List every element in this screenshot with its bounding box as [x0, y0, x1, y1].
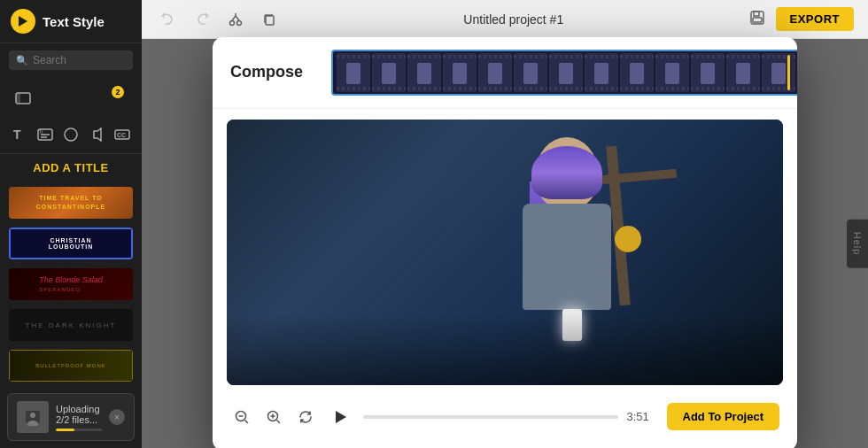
logo-icon [11, 9, 35, 34]
video-gradient [227, 314, 783, 385]
film-frame [762, 53, 795, 92]
svg-marker-0 [19, 16, 27, 27]
upload-progress-bar-wrap [56, 429, 102, 431]
export-button[interactable]: EXPORT [776, 7, 854, 31]
svg-marker-30 [336, 411, 346, 423]
redo-button[interactable] [190, 9, 214, 30]
add-title-button[interactable]: ADD A TITLE [9, 158, 133, 178]
sidebar-nav: 2 [0, 77, 142, 120]
svg-point-14 [230, 20, 235, 25]
progress-bar[interactable] [363, 415, 618, 419]
figure-hair [531, 146, 602, 199]
film-scrubber [787, 55, 790, 90]
svg-rect-21 [754, 12, 759, 16]
svg-point-12 [30, 413, 35, 418]
play-button[interactable] [326, 403, 354, 431]
film-frame [514, 53, 547, 92]
film-strip[interactable] [331, 50, 797, 96]
modal-header: Compose [213, 37, 797, 109]
style-card-2[interactable]: CHRISTIANLOUBOUTIN [9, 228, 133, 259]
film-frame [372, 53, 406, 92]
film-frame [337, 53, 370, 92]
style-card-2-label: CHRISTIANLOUBOUTIN [9, 228, 133, 259]
style-card-4-label: THE DARK KNIGHT [9, 309, 133, 341]
film-frame [691, 53, 725, 92]
add-to-project-button[interactable]: Add To Project [667, 403, 779, 430]
topbar-left [156, 9, 282, 30]
project-title: Untitled project #1 [463, 12, 563, 27]
film-frame [549, 53, 583, 92]
nav-icon-text[interactable]: T [8, 123, 31, 150]
svg-line-17 [236, 16, 239, 20]
figure-body [523, 204, 611, 310]
style-card-3-label: The Blonde SaladSPERANDEO [9, 268, 133, 300]
style-card-5[interactable]: BULLETPROOF MONK [9, 350, 133, 382]
nav-item-media[interactable]: 2 [0, 82, 142, 114]
sidebar: Text Style 🔍 2 T Tt [0, 0, 142, 448]
search-input[interactable] [33, 54, 126, 66]
svg-text:T: T [13, 127, 21, 142]
svg-point-8 [65, 128, 77, 141]
film-frame [407, 53, 441, 92]
svg-rect-19 [266, 16, 274, 25]
upload-notification: Uploading 2/2 files... × [7, 393, 135, 441]
nav-icon-audio[interactable] [85, 123, 108, 150]
style-card-5-label: BULLETPROOF MONK [9, 350, 133, 382]
film-frame [655, 53, 689, 92]
copy-button[interactable] [257, 9, 282, 30]
upload-close-button[interactable]: × [109, 409, 125, 425]
upload-progress-fill [56, 429, 74, 431]
modal-title: Compose [230, 63, 303, 81]
film-strip-inner [333, 51, 797, 94]
upload-info: Uploading 2/2 files... [56, 404, 102, 431]
compose-modal: Compose [213, 37, 797, 449]
upload-thumbnail [17, 401, 49, 433]
search-icon: 🔍 [16, 55, 28, 66]
nav-icon-captions[interactable]: CC [111, 123, 134, 150]
video-background [227, 120, 783, 385]
upload-text: Uploading 2/2 files... [56, 404, 102, 425]
main-area: Untitled project #1 EXPORT Help Compose [142, 0, 868, 448]
svg-line-16 [232, 16, 236, 20]
nav-badge: 2 [112, 86, 124, 98]
svg-rect-2 [16, 93, 20, 104]
style-card-1-label: TIME TRAVEL TOCONSTANTINOPLE [9, 187, 133, 219]
timeline-area: Help Compose [142, 39, 868, 448]
style-card-3[interactable]: The Blonde SaladSPERANDEO [9, 268, 133, 300]
film-frame [620, 53, 654, 92]
svg-rect-22 [753, 18, 762, 22]
film-frame [585, 53, 618, 92]
playback-controls: 3:51 Add To Project [213, 394, 797, 440]
save-button[interactable] [746, 6, 769, 33]
film-frame [726, 53, 760, 92]
svg-text:CC: CC [117, 132, 126, 138]
svg-text:Tt: Tt [39, 129, 43, 135]
zoom-in-button[interactable] [262, 406, 285, 429]
film-frame [443, 53, 477, 92]
nav-icon-subtitles[interactable]: Tt [34, 123, 57, 150]
video-preview [227, 120, 783, 385]
sidebar-header: Text Style [0, 0, 142, 43]
topbar-right: EXPORT [746, 6, 854, 33]
modal-body: 3:51 Add To Project [213, 109, 797, 449]
cut-button[interactable] [223, 9, 248, 30]
time-display: 3:51 [627, 410, 658, 423]
refresh-button[interactable] [294, 406, 317, 429]
sidebar-title: Text Style [43, 14, 105, 29]
zoom-out-button[interactable] [230, 406, 253, 429]
modal-overlay: Compose [142, 39, 868, 448]
style-card-4[interactable]: THE DARK KNIGHT [9, 309, 133, 341]
search-bar[interactable]: 🔍 [9, 50, 133, 70]
undo-button[interactable] [156, 9, 181, 30]
svg-line-27 [277, 420, 281, 423]
svg-point-15 [237, 20, 242, 25]
topbar: Untitled project #1 EXPORT [142, 0, 868, 39]
svg-line-24 [245, 420, 249, 423]
nav-icon-shapes[interactable] [59, 123, 82, 150]
film-frame [478, 53, 512, 92]
style-card-1[interactable]: TIME TRAVEL TOCONSTANTINOPLE [9, 187, 133, 219]
